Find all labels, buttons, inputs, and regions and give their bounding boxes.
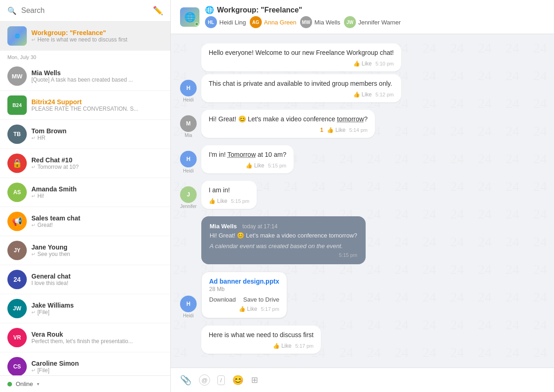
like-btn-msg8[interactable]: 👍 Like	[273, 343, 291, 349]
msg-avatar-label-mia1: Mia	[185, 133, 192, 138]
msg-avatar-wrap-jennifer1: J Jennifer	[180, 186, 197, 209]
avatar-sales-team: 📢	[7, 212, 27, 231]
chat-preview-freelance: ↵ Here is what we need to discuss first	[31, 36, 163, 43]
quote-time: today at 17:14	[242, 223, 277, 230]
member-name-jennifer: Jennifer Warner	[358, 19, 401, 26]
bubble-meta-file: 👍 Like 5:17 pm	[209, 306, 279, 312]
time-msg5: 5:15 pm	[231, 198, 249, 204]
avatar-mia-wells: MW	[7, 66, 27, 86]
member-name-heidi: Heidi Ling	[219, 19, 246, 26]
chat-item-amanda-smith[interactable]: AS Amanda Smith↵ Hi!	[0, 178, 170, 207]
sidebar-header: 🔍 ✏️	[0, 0, 170, 22]
attach-icon[interactable]: 📎	[180, 374, 192, 386]
member-chip-anna: AG Anna Green	[250, 16, 296, 28]
msg-avatar-label-jennifer1: Jennifer	[180, 204, 197, 209]
chat-item-tom-brown[interactable]: TB Tom Brown↵ HR	[0, 120, 170, 149]
chat-name-freelance: Workgroup: "Freelance"	[31, 29, 163, 36]
like-btn-msg2[interactable]: 👍 Like	[353, 91, 372, 98]
chat-item-jake-williams[interactable]: JW Jake Williams↵ [File]	[0, 294, 170, 323]
online-dot	[7, 382, 12, 386]
chat-item-sales-team[interactable]: 📢 Sales team chat↵ Great!	[0, 207, 170, 236]
command-icon[interactable]: /	[217, 375, 225, 385]
like-btn-msg3[interactable]: 👍 Like	[327, 127, 345, 133]
bubble-meta-msg8: 👍 Like 5:17 pm	[209, 343, 313, 349]
chat-header: 🌐 🌐 Workgroup: "Freelance" HL Heidi Ling…	[171, 0, 554, 34]
chat-item-red-chat[interactable]: 🔒 Red Chat #10↵ Tomorrow at 10?	[0, 149, 170, 178]
msg-avatar-heidi1: H	[180, 80, 197, 96]
quote-author: Mia Wells	[210, 223, 237, 230]
bubble-text-msg5: I am in!	[209, 185, 249, 195]
bubble-text-msg4: I'm in! Tomorrow at 10 am?	[209, 150, 286, 160]
file-actions: Download Save to Drive	[209, 296, 279, 303]
time-msg2: 5:12 pm	[375, 92, 394, 97]
member-chip-jennifer: JW Jennifer Warner	[344, 16, 401, 28]
avatar-red-chat: 🔒	[7, 154, 27, 173]
like-btn-msg4[interactable]: 👍 Like	[246, 162, 264, 169]
globe-icon: 🌐	[205, 6, 214, 14]
header-title-wrap: 🌐 Workgroup: "Freelance" HL Heidi Ling A…	[205, 6, 545, 28]
chat-list: 🌐 Workgroup: "Freelance" ↵ Here is what …	[0, 22, 170, 375]
bubble-text-msg1: Hello everyone! Welcome to our new Freel…	[209, 48, 394, 58]
chat-item-general-chat[interactable]: 24 General chatI love this idea!	[0, 265, 170, 294]
like-count-msg3: 1	[320, 127, 323, 133]
member-avatar-mia: MW	[300, 16, 312, 28]
file-name: Ad banner design.pptx	[209, 278, 279, 285]
member-chip-heidi: HL Heidi Ling	[205, 16, 246, 28]
bubble-meta-msg4: 👍 Like 5:15 pm	[209, 162, 286, 169]
like-btn-msg5[interactable]: 👍 Like	[209, 198, 227, 204]
chat-item-mia-wells[interactable]: MW Mia Wells[Quote] A task has been crea…	[0, 62, 170, 91]
bubble-text-msg8: Here is what we need to discuss first	[209, 330, 313, 340]
chat-item-freelance[interactable]: 🌐 Workgroup: "Freelance" ↵ Here is what …	[0, 22, 170, 51]
chat-item-jane-young[interactable]: JY Jane Young↵ See you then	[0, 236, 170, 265]
avatar-tom-brown: TB	[7, 125, 27, 144]
hashtag-icon[interactable]: ⊞	[251, 375, 258, 385]
message-row: H Heidi Hello everyone! Welcome to our n…	[180, 43, 545, 102]
time-msg1: 5:10 pm	[375, 61, 394, 66]
member-name-anna: Anna Green	[264, 19, 296, 26]
message-row-file: H Heidi Ad banner design.pptx 28 Mb Down…	[180, 272, 545, 318]
avatar-bitrix: B24	[7, 95, 27, 115]
member-avatar-anna: AG	[250, 16, 262, 28]
member-name-mia: Mia Wells	[314, 19, 340, 26]
chat-item-caroline-simon[interactable]: CS Caroline Simon↵ [File]	[0, 352, 170, 375]
msg-avatar-label-heidi1: Heidi	[183, 97, 194, 102]
compose-icon[interactable]: ✏️	[153, 6, 163, 16]
time-msg8: 5:17 pm	[295, 343, 313, 349]
bubble-meta-msg2: 👍 Like 5:12 pm	[209, 91, 394, 98]
chat-input-area: 📎 @ / 😊 ⊞	[171, 368, 554, 392]
emoji-icon[interactable]: 😊	[232, 374, 244, 386]
avatar-jane-young: JY	[7, 241, 27, 260]
msg-avatar-label-heidi2: Heidi	[183, 168, 194, 173]
date-divider: Mon, July 30	[0, 51, 170, 62]
like-btn-file[interactable]: 👍 Like	[239, 306, 257, 312]
time-file: 5:17 pm	[261, 306, 279, 312]
member-avatar-heidi: HL	[205, 16, 217, 28]
like-btn-msg1[interactable]: 👍 Like	[353, 60, 372, 67]
bubble-file: Ad banner design.pptx 28 Mb Download Sav…	[201, 272, 287, 318]
chat-item-vera-rouk[interactable]: VR Vera RoukPerfect them, let's finish t…	[0, 323, 170, 352]
msg-avatar-jennifer1: J	[180, 186, 197, 203]
message-row-jennifer1: J Jennifer I am in! 👍 Like 5:15 pm	[180, 181, 545, 209]
file-size: 28 Mb	[209, 286, 279, 292]
msg-avatar-wrap-mia1: M Mia	[180, 115, 197, 138]
bubble-msg1: Hello everyone! Welcome to our new Freel…	[201, 43, 401, 71]
bubble-msg2: This chat is private and available to in…	[201, 74, 401, 102]
save-to-drive-btn[interactable]: Save to Drive	[243, 296, 279, 303]
avatar-amanda-smith: AS	[7, 183, 27, 202]
time-msg3: 5:14 pm	[349, 127, 367, 133]
message-row-mia1: M Mia Hi! Great! 😊 Let's make a video co…	[180, 110, 545, 138]
msg-avatar-heidi2: H	[180, 151, 197, 167]
bubble-text-msg2: This chat is private and available to in…	[209, 79, 394, 89]
status-dropdown-arrow[interactable]: ▾	[37, 381, 39, 386]
message-row-last: Here is what we need to discuss first 👍 …	[180, 326, 545, 354]
download-btn[interactable]: Download	[209, 296, 236, 303]
quote-text: Hi! Great! 😊 Let's make a video conferen…	[210, 232, 357, 240]
messages-area: H Heidi Hello everyone! Welcome to our n…	[171, 34, 554, 368]
chat-item-bitrix[interactable]: B24 Bitrix24 SupportPLEASE RATE THE CONV…	[0, 91, 170, 120]
search-input[interactable]	[21, 6, 148, 15]
search-icon: 🔍	[7, 6, 17, 15]
mention-icon[interactable]: @	[199, 374, 210, 386]
bubble-text-msg3: Hi! Great! 😊 Let's make a video conferen…	[209, 114, 367, 124]
chat-main: 🌐 🌐 Workgroup: "Freelance" HL Heidi Ling…	[171, 0, 554, 392]
workgroup-avatar: 🌐	[180, 7, 199, 27]
